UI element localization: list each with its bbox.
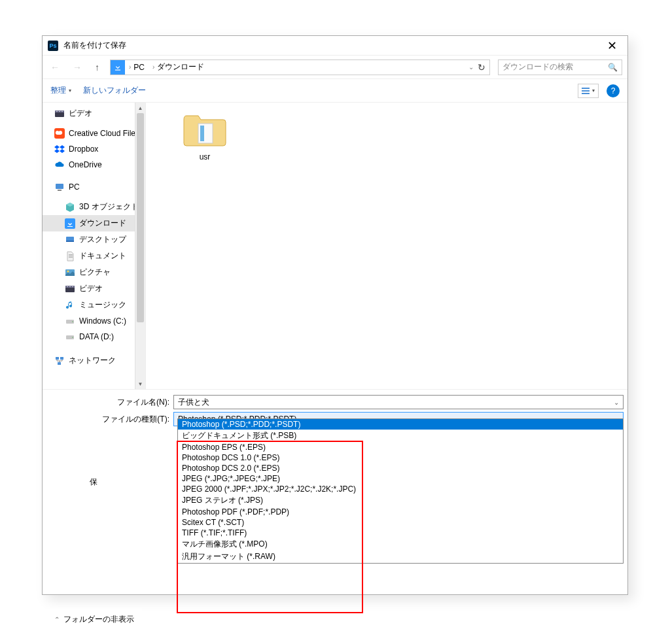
svg-rect-10 — [67, 226, 73, 227]
save-options-partial: 保 — [90, 477, 97, 488]
download-arrow-icon — [111, 60, 125, 75]
svg-point-26 — [72, 337, 73, 337]
filetype-option[interactable]: JPEG ステレオ (*.JPS) — [178, 494, 623, 507]
list-bars-icon — [582, 88, 590, 94]
filetype-option[interactable]: JPEG (*.JPG;*.JPEG;*.JPE) — [178, 473, 623, 484]
sidebar-item-label: PC — [69, 182, 80, 192]
svg-rect-9 — [65, 218, 75, 229]
filetype-option[interactable]: Scitex CT (*.SCT) — [178, 517, 623, 528]
bottom-area: 保 Photoshop (*.PSD;*.PDD;*.PSDT)ビッグドキュメン… — [43, 434, 627, 630]
close-button[interactable]: ✕ — [602, 39, 622, 53]
filetype-option[interactable]: マルチ画像形式 (*.MPO) — [178, 538, 623, 551]
navbar: ← → ↑ ›PC ›ダウンロード ⌄ ↻ ダウンロードの検索 🔍 — [43, 56, 627, 79]
filetype-option[interactable]: 汎用フォーマット (*.RAW) — [178, 551, 623, 563]
sidebar-item-windows-(c:)[interactable]: Windows (C:) — [43, 313, 145, 329]
search-icon: 🔍 — [608, 63, 618, 72]
hide-folders-button[interactable]: ⌃ フォルダーの非表示 — [46, 609, 142, 630]
svg-point-5 — [62, 110, 62, 111]
filetype-option[interactable]: Photoshop EPS (*.EPS) — [178, 442, 623, 452]
filetype-option[interactable]: JPEG 2000 (*.JPF;*.JPX;*.JP2;*.J2C;*.J2K… — [178, 484, 623, 494]
sidebar-scrollbar[interactable]: ▲ ▼ — [135, 103, 145, 389]
svg-point-4 — [59, 110, 60, 111]
window-title: 名前を付けて保存 — [63, 40, 126, 51]
filetype-dropdown[interactable]: Photoshop (*.PSD;*.PDD;*.PSDT)ビッグドキュメント形… — [177, 418, 624, 564]
svg-rect-12 — [66, 241, 74, 242]
music-icon — [65, 300, 75, 311]
sidebar-item-data-(d:)[interactable]: DATA (D:) — [43, 329, 145, 345]
svg-rect-0 — [115, 69, 120, 70]
refresh-button[interactable]: ↻ — [478, 62, 485, 73]
path-box[interactable]: ›PC ›ダウンロード ⌄ ↻ — [110, 59, 490, 75]
sidebar-item-onedrive[interactable]: OneDrive — [43, 157, 145, 173]
sidebar-item-label: ピクチャ — [79, 267, 111, 278]
svg-rect-7 — [56, 184, 63, 189]
video-icon — [54, 109, 65, 119]
scroll-thumb[interactable] — [137, 113, 144, 322]
sidebar-item-pc[interactable]: PC — [43, 179, 145, 195]
network-icon — [54, 356, 65, 366]
path-dropdown-icon[interactable]: ⌄ — [468, 63, 474, 71]
path-segment-pc[interactable]: ›PC — [125, 60, 149, 75]
sidebar-item-dropbox[interactable]: Dropbox — [43, 141, 145, 157]
picture-icon — [65, 267, 75, 278]
main-area: ビデオCreative Cloud FilesDropboxOneDrivePC… — [43, 103, 627, 389]
sidebar-item-label: Dropbox — [69, 144, 98, 154]
sidebar-item-ビデオ[interactable]: ビデオ — [43, 280, 145, 297]
chevron-down-icon[interactable]: ⌄ — [614, 399, 619, 406]
document-icon — [65, 251, 75, 262]
view-mode-button[interactable]: ▾ — [578, 84, 599, 98]
filetype-option[interactable]: ビッグドキュメント形式 (*.PSB) — [178, 430, 623, 442]
back-button[interactable]: ← — [48, 62, 62, 73]
file-content-area[interactable]: usr — [146, 103, 627, 389]
sidebar-item-label: ダウンロード — [79, 218, 126, 229]
forward-button[interactable]: → — [70, 62, 84, 73]
filetype-option[interactable]: Photoshop PDF (*.PDF;*.PDP) — [178, 507, 623, 517]
sidebar-item-label: DATA (D:) — [79, 332, 114, 341]
filetype-option[interactable]: Photoshop DCS 1.0 (*.EPS) — [178, 452, 623, 463]
svg-rect-31 — [200, 126, 204, 141]
svg-point-21 — [69, 286, 70, 286]
chevron-up-icon: ⌃ — [54, 616, 60, 623]
sidebar-item-label: ドキュメント — [79, 250, 126, 262]
toolbar: 整理 新しいフォルダー ▾ ? — [43, 79, 627, 103]
sidebar-item-ネットワーク[interactable]: ネットワーク — [43, 352, 145, 369]
sidebar-item-3d-オブジェクト[interactable]: 3D オブジェクト — [43, 199, 145, 215]
svg-point-24 — [72, 321, 73, 322]
sidebar-item-label: ミュージック — [79, 299, 126, 311]
sidebar-item-label: ビデオ — [79, 283, 103, 294]
search-input[interactable]: ダウンロードの検索 🔍 — [498, 59, 622, 75]
sidebar-item-label: ネットワーク — [69, 355, 116, 366]
scroll-down-icon[interactable]: ▼ — [135, 379, 145, 389]
filename-input[interactable]: 子供と犬 ⌄ — [173, 395, 624, 409]
folder-icon — [181, 112, 228, 148]
sidebar-item-ピクチャ[interactable]: ピクチャ — [43, 264, 145, 280]
svg-rect-28 — [60, 357, 63, 360]
folder-item-usr[interactable]: usr — [172, 112, 238, 161]
filetype-option[interactable]: Photoshop (*.PSD;*.PDD;*.PSDT) — [178, 419, 623, 430]
scroll-up-icon[interactable]: ▲ — [135, 103, 145, 113]
help-button[interactable]: ? — [607, 84, 620, 97]
path-segment-downloads[interactable]: ›ダウンロード — [149, 60, 208, 75]
sidebar-item-ビデオ[interactable]: ビデオ — [43, 105, 145, 122]
sidebar-item-label: Windows (C:) — [79, 316, 126, 326]
chevron-down-icon: ▾ — [592, 88, 595, 93]
filetype-option[interactable]: Photoshop DCS 2.0 (*.EPS) — [178, 463, 623, 473]
sidebar-item-label: デスクトップ — [79, 234, 126, 245]
new-folder-button[interactable]: 新しいフォルダー — [83, 85, 146, 96]
drive-icon — [65, 316, 75, 326]
sidebar-item-ダウンロード[interactable]: ダウンロード — [43, 215, 145, 231]
sidebar-item-デスクトップ[interactable]: デスクトップ — [43, 231, 145, 248]
filetype-option[interactable]: TIFF (*.TIF;*.TIFF) — [178, 528, 623, 538]
svg-point-17 — [67, 270, 69, 272]
download-icon — [65, 218, 75, 229]
3d-icon — [65, 202, 75, 212]
sidebar-item-creative-cloud-files[interactable]: Creative Cloud Files — [43, 126, 145, 141]
filetype-label: ファイルの種類(T): — [43, 414, 173, 425]
folder-label: usr — [200, 152, 211, 161]
sidebar-item-ドキュメント[interactable]: ドキュメント — [43, 248, 145, 264]
up-button[interactable]: ↑ — [92, 62, 102, 73]
organize-button[interactable]: 整理 — [50, 85, 71, 96]
svg-point-20 — [67, 286, 67, 286]
sidebar-item-ミュージック[interactable]: ミュージック — [43, 297, 145, 313]
dropbox-icon — [54, 144, 65, 154]
